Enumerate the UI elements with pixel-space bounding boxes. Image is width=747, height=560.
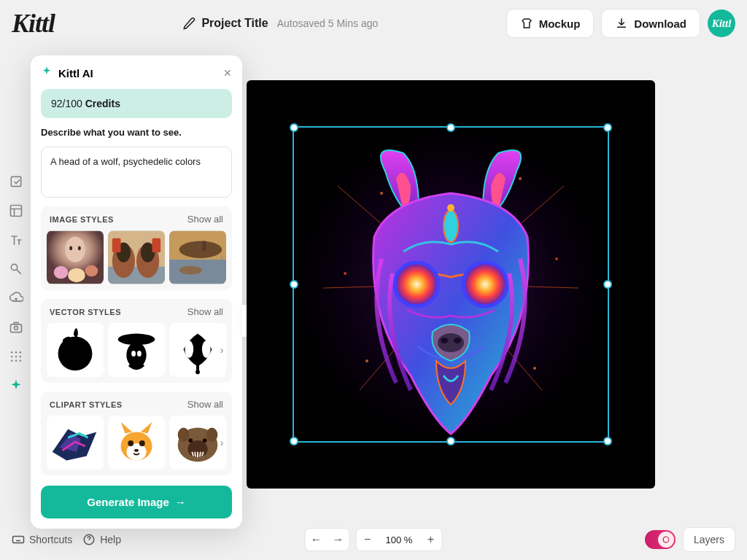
svg-rect-77	[13, 537, 24, 543]
svg-point-53	[188, 438, 193, 443]
zoom-in-button[interactable]: +	[419, 529, 441, 551]
shirt-icon	[520, 17, 533, 30]
svg-point-11	[11, 360, 12, 362]
svg-point-48	[134, 449, 139, 452]
svg-point-37	[126, 342, 146, 368]
left-toolbar	[6, 174, 26, 394]
svg-point-17	[78, 246, 81, 250]
svg-point-7	[20, 351, 22, 354]
avatar[interactable]: Kittl	[708, 9, 735, 37]
svg-point-5	[11, 351, 12, 354]
svg-point-16	[69, 246, 72, 250]
svg-point-64	[555, 257, 558, 260]
vector-style-thumb[interactable]	[169, 323, 226, 377]
svg-point-69	[447, 204, 454, 211]
panel-header: Kittl AI ✕	[41, 66, 232, 80]
credits-count: 92/100	[51, 98, 82, 109]
vector-style-thumb[interactable]	[108, 323, 165, 377]
svg-point-9	[15, 356, 18, 358]
svg-point-6	[15, 351, 18, 354]
clipart-styles-title: CLIPART STYLES	[50, 400, 123, 409]
help-label: Help	[100, 534, 121, 545]
credits-word: Credits	[85, 98, 120, 109]
bottom-bar: Shortcuts Help ← → − 100 % + Layers	[0, 519, 747, 560]
svg-point-47	[139, 440, 145, 446]
svg-point-75	[441, 338, 448, 343]
svg-point-40	[185, 341, 193, 357]
clipart-style-thumb[interactable]	[169, 416, 226, 470]
palette-icon	[662, 535, 670, 544]
text-tool[interactable]	[8, 232, 24, 248]
svg-point-68	[444, 210, 458, 242]
svg-rect-1	[11, 206, 22, 217]
svg-point-39	[137, 351, 142, 357]
edit-tool[interactable]	[8, 174, 24, 190]
clipart-style-thumb[interactable]	[47, 416, 104, 470]
layers-button[interactable]: Layers	[683, 527, 735, 552]
generate-button[interactable]: Generate Image →	[41, 486, 232, 518]
shortcuts-label: Shortcuts	[29, 534, 72, 545]
svg-point-54	[203, 438, 207, 443]
credits-badge: 92/100 Credits	[41, 89, 232, 118]
clipart-styles-show-all[interactable]: Show all	[187, 399, 223, 410]
redo-button[interactable]: →	[328, 529, 349, 551]
close-icon[interactable]: ✕	[223, 67, 232, 79]
generate-label: Generate Image	[87, 496, 169, 508]
top-actions: Mockup Download Kittl	[506, 9, 735, 38]
svg-point-50	[178, 428, 190, 443]
undo-button[interactable]: ←	[306, 529, 328, 551]
grid-tool[interactable]	[8, 349, 24, 365]
ai-tool[interactable]	[8, 378, 24, 394]
upload-tool[interactable]	[8, 290, 24, 306]
describe-label: Describe what you want to see.	[41, 127, 232, 138]
svg-point-13	[20, 360, 22, 362]
svg-point-67	[533, 367, 536, 370]
image-styles-title: IMAGE STYLES	[50, 215, 114, 224]
svg-point-15	[65, 237, 85, 262]
svg-rect-27	[112, 238, 121, 253]
shortcuts-button[interactable]: Shortcuts	[12, 533, 72, 546]
wolf-artwork-image	[294, 128, 608, 441]
zoom-out-button[interactable]: −	[357, 529, 379, 551]
mockup-button[interactable]: Mockup	[506, 9, 595, 38]
svg-point-76	[454, 338, 461, 343]
svg-point-2	[11, 264, 17, 270]
download-button[interactable]: Download	[601, 9, 700, 38]
shape-tool[interactable]	[8, 261, 24, 277]
brand-logo: Kittl	[12, 8, 55, 39]
arrow-right-icon: →	[175, 496, 186, 508]
image-style-thumb[interactable]	[169, 230, 226, 284]
svg-point-62	[380, 192, 383, 195]
pencil-icon	[182, 17, 196, 30]
image-style-thumb[interactable]	[47, 230, 104, 284]
svg-point-18	[54, 266, 69, 279]
canvas-stage[interactable]	[247, 80, 655, 489]
sparkle-icon	[41, 66, 53, 80]
photo-tool[interactable]	[8, 319, 24, 335]
mode-toggle[interactable]	[645, 530, 676, 549]
svg-point-12	[15, 360, 18, 362]
svg-point-43	[196, 370, 200, 374]
vector-styles-show-all[interactable]: Show all	[187, 306, 223, 317]
svg-point-74	[438, 333, 464, 352]
vector-style-thumb[interactable]	[47, 323, 104, 377]
generated-artwork[interactable]	[294, 128, 608, 441]
prompt-input[interactable]	[41, 147, 232, 198]
help-button[interactable]: Help	[82, 533, 121, 546]
clipart-style-thumb[interactable]	[108, 416, 165, 470]
image-styles-show-all[interactable]: Show all	[187, 214, 223, 225]
image-style-thumb[interactable]	[108, 230, 165, 284]
svg-rect-32	[202, 241, 206, 252]
project-title-area[interactable]: Project Title Autosaved 5 Mins ago	[66, 17, 495, 30]
zoom-control: − 100 % +	[356, 528, 443, 551]
image-styles-section: IMAGE STYLES Show all ›	[41, 206, 232, 290]
template-tool[interactable]	[8, 203, 24, 219]
svg-point-8	[11, 356, 12, 358]
project-title: Project Title	[201, 17, 268, 30]
svg-point-33	[179, 266, 202, 275]
svg-point-51	[206, 428, 218, 443]
svg-point-46	[128, 440, 133, 446]
svg-point-31	[179, 241, 222, 258]
svg-rect-3	[11, 324, 22, 332]
keyboard-icon	[12, 533, 25, 546]
